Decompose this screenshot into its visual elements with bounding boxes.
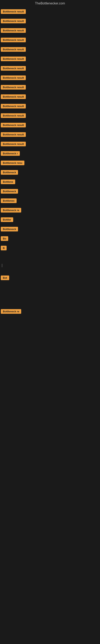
result-row: Bottleneck result xyxy=(1,92,100,102)
bottleneck-result-button[interactable]: Bottleneck result xyxy=(1,123,26,128)
bottleneck-result-button[interactable]: Bottleneck r xyxy=(1,151,20,156)
bottleneck-result-button[interactable]: Bottleneck xyxy=(1,189,18,194)
result-row xyxy=(1,290,100,295)
result-row xyxy=(1,282,100,286)
result-row xyxy=(1,257,100,261)
result-row: Bottlene xyxy=(1,177,100,186)
result-row: Bottleneck result xyxy=(1,54,100,64)
bottleneck-result-button[interactable]: Bottleneck result xyxy=(1,9,26,14)
bottleneck-result-button[interactable]: Bottleneck xyxy=(1,170,18,175)
result-row xyxy=(1,316,100,320)
site-title: TheBottlenecker.com xyxy=(0,0,100,7)
bottleneck-result-button[interactable]: Bottlenec xyxy=(1,198,17,203)
result-row: Bottleneck xyxy=(1,224,100,234)
result-row xyxy=(1,332,100,336)
result-row: | xyxy=(1,261,100,269)
result-row: Bottleneck re xyxy=(1,307,100,316)
bottleneck-result-button[interactable]: Bottleneck result xyxy=(1,94,26,99)
result-row: Bottleneck resu xyxy=(1,158,100,168)
bottleneck-result-button[interactable]: Bot xyxy=(1,276,9,280)
result-row: Bottleneck result xyxy=(1,120,100,130)
result-row: Bot xyxy=(1,273,100,282)
bottleneck-result-button[interactable]: Bottler xyxy=(1,217,13,222)
bottleneck-result-button[interactable]: Bottleneck re xyxy=(1,208,21,212)
bottleneck-result-button[interactable]: Bottleneck result xyxy=(1,142,26,146)
bottleneck-result-button[interactable]: Bottleneck xyxy=(1,227,18,232)
bottleneck-result-button[interactable]: Bottleneck result xyxy=(1,66,26,71)
bottleneck-result-button[interactable]: Bottleneck result xyxy=(1,28,26,33)
result-row xyxy=(1,286,100,290)
bottleneck-result-button[interactable]: Bottleneck result xyxy=(1,132,26,137)
result-row: Bottleneck result xyxy=(1,45,100,54)
bottleneck-result-button[interactable]: Bottleneck resu xyxy=(1,160,24,165)
result-row: Bottleneck result xyxy=(1,82,100,92)
bottleneck-result-button[interactable]: B xyxy=(1,246,7,250)
result-row: Bottleneck result xyxy=(1,130,100,139)
bottleneck-result-button[interactable]: Bottleneck result xyxy=(1,113,26,118)
bottleneck-result-button[interactable]: Bottleneck result xyxy=(1,104,26,108)
result-row: Bottleneck result xyxy=(1,139,100,149)
result-row: Bottleneck re xyxy=(1,206,100,215)
result-row xyxy=(1,320,100,324)
result-row xyxy=(1,303,100,307)
bottleneck-result-button[interactable]: Bottleneck result xyxy=(1,76,26,80)
bottleneck-result-button[interactable]: Bottleneck result xyxy=(1,19,26,23)
bottleneck-result-button[interactable]: Bottleneck re xyxy=(1,309,21,314)
result-row: B xyxy=(1,243,100,253)
result-row xyxy=(1,253,100,257)
bottleneck-result-button[interactable]: Bo xyxy=(1,236,8,241)
result-row xyxy=(1,324,100,328)
result-row: Bo xyxy=(1,234,100,243)
result-row: Bottlenec xyxy=(1,196,100,206)
result-row xyxy=(1,336,100,340)
result-row xyxy=(1,328,100,332)
result-row: Bottleneck result xyxy=(1,35,100,45)
bottleneck-result-button[interactable]: Bottlene xyxy=(1,180,15,184)
result-row: Bottleneck result xyxy=(1,16,100,26)
result-row: Bottleneck result xyxy=(1,73,100,82)
result-row: Bottleneck result xyxy=(1,7,100,16)
result-row: Bottleneck result xyxy=(1,26,100,35)
bottleneck-result-button[interactable]: Bottleneck result xyxy=(1,56,26,61)
result-row: Bottleneck result xyxy=(1,64,100,73)
result-row xyxy=(1,299,100,303)
result-row: Bottleneck result xyxy=(1,111,100,120)
separator-line: | xyxy=(1,263,100,268)
result-row: Bottler xyxy=(1,215,100,224)
result-row: Bottleneck result xyxy=(1,102,100,111)
bottleneck-result-button[interactable]: Bottleneck result xyxy=(1,38,26,42)
result-row: Bottleneck r xyxy=(1,149,100,158)
bottleneck-result-button[interactable]: Bottleneck result xyxy=(1,85,26,90)
result-row xyxy=(1,269,100,273)
bottleneck-result-button[interactable]: Bottleneck result xyxy=(1,47,26,52)
result-row xyxy=(1,295,100,299)
result-row: Bottleneck xyxy=(1,186,100,196)
result-row: Bottleneck xyxy=(1,168,100,177)
